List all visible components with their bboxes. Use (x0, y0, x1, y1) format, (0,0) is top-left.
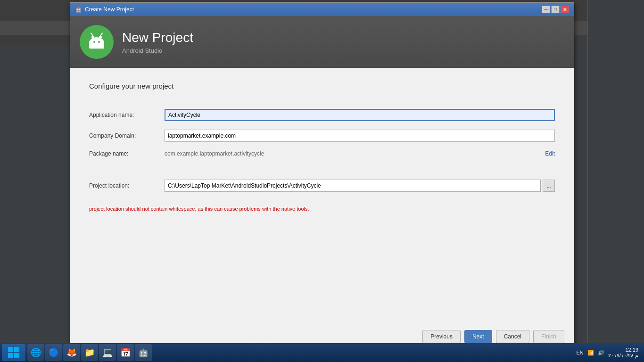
package-value-row: com.example.laptopmarket.activitycycle E… (165, 150, 555, 157)
svg-point-6 (93, 41, 95, 43)
header-text: New Project Android Studio (122, 30, 193, 54)
taskbar: 🌐 🔵 🦊 📁 💻 📅 🤖 EN 📶 🔊 12:19 م ۲۰۱۷/۱۰/۲۸ (0, 343, 644, 362)
package-name-label: Package name: (89, 150, 165, 157)
taskbar-right: EN 📶 🔊 12:19 م ۲۰۱۷/۱۰/۲۸ (577, 347, 642, 359)
project-location-row: Project location: ... (89, 180, 555, 192)
taskbar-icon-firefox[interactable]: 🦊 (63, 344, 80, 361)
browse-button[interactable]: ... (543, 180, 555, 192)
taskbar-date: م ۲۰۱۷/۱۰/۲۸ (608, 353, 638, 359)
ide-right-panel (587, 0, 644, 362)
dialog-titlebar: 🤖 Create New Project ─ □ ✕ (70, 3, 574, 16)
taskbar-time: 12:19 (608, 347, 638, 353)
android-logo-icon (80, 25, 114, 59)
finish-button[interactable]: Finish (533, 330, 564, 343)
company-domain-label: Company Domain: (89, 132, 165, 139)
titlebar-controls: ─ □ ✕ (542, 6, 569, 13)
taskbar-lang: EN (577, 350, 584, 355)
application-name-input[interactable] (165, 109, 555, 121)
project-location-label: Project location: (89, 182, 165, 189)
warning-text: project location should not contain whit… (89, 206, 555, 212)
ide-tabs (0, 35, 70, 45)
taskbar-icon-calendar[interactable]: 📅 (117, 344, 134, 361)
taskbar-quick-launch: 🌐 🔵 🦊 📁 💻 📅 🤖 (27, 344, 152, 361)
taskbar-volume-icon: 🔊 (598, 350, 604, 356)
taskbar-icon-ie[interactable]: 🌐 (27, 344, 44, 361)
project-location-input[interactable] (165, 180, 541, 192)
dialog-title: Create New Project (85, 6, 134, 13)
taskbar-icon-chrome[interactable]: 🔵 (45, 344, 62, 361)
maximize-button[interactable]: □ (551, 6, 560, 13)
windows-logo (7, 346, 20, 359)
next-button[interactable]: Next (464, 330, 492, 343)
close-button[interactable]: ✕ (561, 6, 569, 13)
svg-point-7 (98, 41, 100, 43)
company-domain-row: Company Domain: (89, 130, 555, 142)
taskbar-icon-android[interactable]: 🤖 (135, 344, 152, 361)
header-title: New Project (122, 30, 193, 45)
minimize-button[interactable]: ─ (542, 6, 550, 13)
dialog-title-icon: 🤖 (75, 6, 82, 13)
taskbar-network-icon: 📶 (587, 350, 594, 356)
svg-rect-9 (14, 347, 19, 352)
svg-line-5 (100, 33, 102, 36)
create-new-project-dialog: 🤖 Create New Project ─ □ ✕ (70, 2, 574, 349)
edit-package-link[interactable]: Edit (545, 150, 555, 157)
taskbar-clock: 12:19 م ۲۰۱۷/۱۰/۲۸ (608, 347, 638, 359)
svg-rect-8 (8, 347, 13, 352)
dialog-body: Configure your new project Application n… (70, 68, 574, 324)
location-input-wrap: ... (165, 180, 555, 192)
header-subtitle: Android Studio (122, 47, 193, 54)
start-button[interactable] (2, 344, 25, 361)
svg-line-4 (91, 33, 93, 36)
android-svg (85, 31, 108, 53)
previous-button[interactable]: Previous (422, 330, 461, 343)
application-name-label: Application name: (89, 112, 165, 118)
application-name-row: Application name: (89, 109, 555, 121)
taskbar-icon-explorer[interactable]: 📁 (81, 344, 98, 361)
dialog-header: New Project Android Studio (70, 16, 574, 68)
company-domain-input[interactable] (165, 130, 555, 142)
ide-sidebar (0, 45, 70, 338)
titlebar-left: 🤖 Create New Project (75, 6, 134, 13)
svg-rect-10 (8, 353, 13, 358)
svg-rect-3 (89, 41, 104, 49)
package-name-value: com.example.laptopmarket.activitycycle (165, 150, 264, 157)
svg-rect-11 (14, 353, 19, 358)
package-name-row: Package name: com.example.laptopmarket.a… (89, 150, 555, 157)
cancel-button[interactable]: Cancel (496, 330, 529, 343)
taskbar-icon-computer[interactable]: 💻 (99, 344, 116, 361)
section-title: Configure your new project (89, 82, 555, 90)
